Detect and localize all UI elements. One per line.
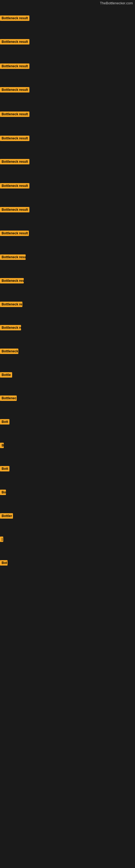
bottleneck-badge: Bottleneck result <box>0 183 30 188</box>
bottleneck-result-item: Bottleneck result <box>0 207 30 214</box>
bottleneck-result-item: Bottleneck result <box>0 230 29 237</box>
bottleneck-result-item: Bottleneck result <box>0 63 30 70</box>
bottleneck-result-item: Bottleneck result <box>0 183 30 190</box>
bottleneck-badge: Bo <box>0 490 6 495</box>
bottleneck-badge: Bottleneck result <box>0 39 30 44</box>
bottleneck-badge: Bottleneck result <box>0 135 30 141</box>
bottleneck-result-item: Bo <box>0 490 6 496</box>
bottleneck-result-item: Bot <box>0 560 8 567</box>
bottleneck-result-item: Bottlenec <box>0 396 17 402</box>
bottleneck-result-item: Bottleneck result <box>0 16 30 22</box>
bottleneck-badge: | <box>0 536 3 542</box>
bottleneck-result-item: Bottleneck result <box>0 135 30 142</box>
bottleneck-result-item: Bottleneck <box>0 348 18 355</box>
bottleneck-result-item: Bottleneck resu <box>0 325 21 332</box>
bottleneck-badge: Bottleneck result <box>0 87 30 93</box>
bottleneck-result-item: Bottle <box>0 372 12 379</box>
bottleneck-result-item: Bott <box>0 419 9 426</box>
bottleneck-badge: Bottleneck resu <box>0 325 21 330</box>
bottleneck-badge: Bottler <box>0 513 13 519</box>
bottleneck-result-item: Bottleneck result <box>0 112 30 118</box>
bottleneck-badge: Bottleneck result <box>0 63 30 69</box>
bottleneck-result-item: Bottleneck result <box>0 159 30 165</box>
bottleneck-badge: Bot <box>0 560 8 565</box>
bottleneck-result-item: B <box>0 443 4 449</box>
bottleneck-badge: Bottleneck <box>0 348 18 354</box>
bottleneck-badge: Bott <box>0 466 9 471</box>
bottleneck-badge: Bottle <box>0 372 12 378</box>
bottleneck-badge: Bottleneck result <box>0 112 30 117</box>
bottleneck-badge: Bottleneck resul <box>0 254 26 260</box>
bottleneck-badge: Bott <box>0 419 9 425</box>
bottleneck-result-item: Bottleneck resul <box>0 254 26 261</box>
bottleneck-badge: Bottleneck result <box>0 230 29 236</box>
bottleneck-result-item: Bottleneck result <box>0 87 30 94</box>
bottleneck-result-item: Bottleneck resu <box>0 278 24 284</box>
bottleneck-badge: Bottleneck result <box>0 159 30 164</box>
bottleneck-badge: Bottleneck resu <box>0 278 24 283</box>
bottleneck-badge: Bottlenec <box>0 396 17 401</box>
bottleneck-badge: Bottleneck result <box>0 207 30 212</box>
bottleneck-badge: Bottleneck result <box>0 16 30 21</box>
bottleneck-result-item: Bott <box>0 466 9 472</box>
bottleneck-result-item: Bottleneck result <box>0 39 30 45</box>
bottleneck-badge: B <box>0 443 4 448</box>
site-title: TheBottlenecker.com <box>98 0 135 6</box>
bottleneck-badge: Bottleneck resu <box>0 302 22 307</box>
bottleneck-result-item: Bottler <box>0 513 13 520</box>
bottleneck-result-item: | <box>0 536 3 543</box>
bottleneck-result-item: Bottleneck resu <box>0 302 22 308</box>
